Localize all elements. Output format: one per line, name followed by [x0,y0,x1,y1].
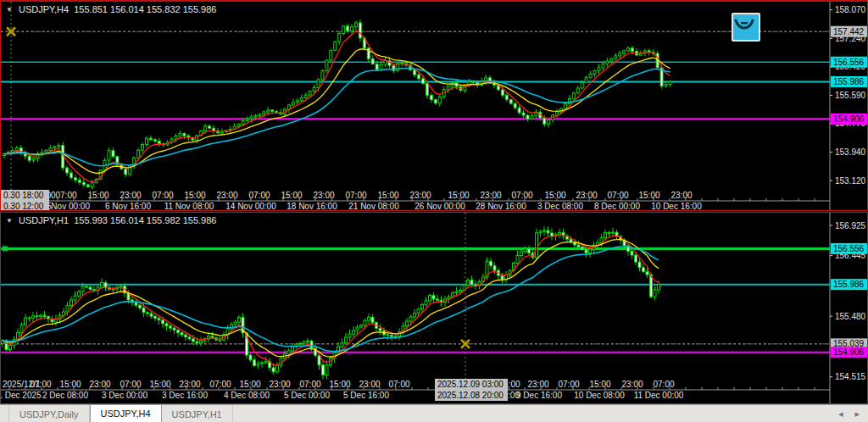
svg-text:23:00: 23:00 [359,380,380,389]
svg-text:6 Nov 16:00: 6 Nov 16:00 [105,202,151,210]
svg-text:3 Dec 08:00: 3 Dec 08:00 [537,202,583,210]
svg-text:8 Dec 00:00: 8 Dec 00:00 [594,202,640,210]
svg-text:23:00: 23:00 [120,191,141,200]
svg-text:23:00: 23:00 [313,191,334,200]
axis-chrome [1,2,830,210]
svg-text:14 Nov 00:00: 14 Nov 00:00 [225,202,276,210]
svg-text:23:00: 23:00 [216,191,237,200]
svg-text:11 Nov 08:00: 11 Nov 08:00 [164,202,214,210]
h4-chart-title: ▼ USDJPY,H4 155.851 156.014 155.832 155.… [6,4,216,14]
svg-text:15:00: 15:00 [638,191,659,200]
svg-text:23:00: 23:00 [409,191,431,200]
svg-text:5 Dec 00:00: 5 Dec 00:00 [284,391,330,400]
h1-symbol-period: USDJPY,H1 [19,215,69,225]
time-axis-crosshair-boxes: 0.30 18:000.30 12:00 [1,190,49,210]
svg-text:15:00: 15:00 [377,191,398,200]
svg-text:155.590: 155.590 [835,91,866,100]
h1-chart-canvas[interactable]: 156.925156.445155.480154.515156.556155.9… [1,213,867,403]
svg-text:15:00: 15:00 [184,191,205,200]
svg-text:15:00: 15:00 [59,380,81,389]
tab-scroll-right-icon[interactable]: ▸ [854,408,860,419]
tab-usdjpy-daily[interactable]: USDJPY,Daily [8,405,90,422]
svg-text:07:00: 07:00 [653,380,674,389]
svg-text:156.556: 156.556 [833,58,865,67]
chart-tab-bar: USDJPY,Daily USDJPY,H4 USDJPY,H1 ◂ ▸ [0,404,868,422]
svg-text:9 Dec 16:00: 9 Dec 16:00 [516,391,562,400]
chart-window-h4[interactable]: 158.070157.240156.420155.590154.770153.9… [0,0,868,211]
svg-text:21 Nov 08:00: 21 Nov 08:00 [348,202,399,210]
svg-text:23:00: 23:00 [179,380,200,389]
svg-text:156.925: 156.925 [835,221,866,230]
svg-text:07:00: 07:00 [511,191,532,200]
svg-text:23:00: 23:00 [576,191,597,200]
svg-text:07:00: 07:00 [209,380,231,389]
svg-text:23:00: 23:00 [89,380,110,389]
svg-text:15:00: 15:00 [239,380,260,389]
svg-text:15:00: 15:00 [448,191,469,200]
svg-text:158.070: 158.070 [835,5,866,14]
tab-bar-spacer [233,405,838,422]
svg-text:07:00: 07:00 [30,380,51,389]
svg-text:07:00: 07:00 [607,191,628,200]
svg-text:10 Dec 08:00: 10 Dec 08:00 [574,391,625,400]
tab-usdjpy-h4[interactable]: USDJPY,H4 [90,405,162,422]
h1-chart-title: ▼ USDJPY,H1 155.993 156.014 155.982 155.… [6,215,216,225]
ma-line-medium [4,49,670,174]
tab-usdjpy-h1[interactable]: USDJPY,H1 [162,405,233,422]
window-menu-triangle-icon[interactable]: ▼ [6,217,13,225]
svg-text:15:00: 15:00 [149,380,170,389]
broker-logo-icon [732,13,760,42]
svg-text:2025.12.08 20:00: 2025.12.08 20:00 [437,391,504,400]
svg-text:07:00: 07:00 [152,191,173,200]
ma-line-fast [3,235,659,365]
svg-text:07:00: 07:00 [120,380,141,389]
svg-text:07:00: 07:00 [388,380,409,389]
svg-text:23:00: 23:00 [269,380,290,389]
svg-text:15:00: 15:00 [544,191,565,200]
chart-window-h1[interactable]: 156.925156.445155.480154.515156.556155.9… [0,212,868,404]
svg-text:26 Nov 00:00: 26 Nov 00:00 [415,202,465,210]
h4-symbol-period: USDJPY,H4 [19,4,69,14]
svg-text:23:00: 23:00 [670,191,692,200]
svg-text:153.120: 153.120 [835,176,866,186]
ma-line-slow [3,247,659,352]
ma-line-fast [4,31,670,181]
h1-ohlc-values: 155.993 156.014 155.982 155.986 [74,215,216,225]
tab-scroll-left-icon[interactable]: ◂ [838,408,843,419]
svg-text:156.556: 156.556 [833,244,865,253]
svg-text:153.940: 153.940 [835,147,866,157]
svg-text:15:00: 15:00 [589,380,610,389]
horizontal-line-objects[interactable] [1,31,830,119]
svg-text:154.906: 154.906 [833,114,865,124]
svg-text:157.442: 157.442 [833,27,865,36]
svg-text:28 Nov 16:00: 28 Nov 16:00 [476,202,526,210]
svg-text:15:00: 15:00 [281,191,302,200]
svg-text:154.515: 154.515 [835,372,866,381]
time-axis-crosshair-boxes: 2025.12.09 03:002025.12.08 20:00 [435,379,508,401]
svg-text:07:00: 07:00 [248,191,270,200]
svg-text:10 Dec 16:00: 10 Dec 16:00 [651,202,702,210]
svg-text:155.480: 155.480 [835,312,866,321]
h4-ohlc-values: 155.851 156.014 155.832 155.986 [74,4,216,14]
svg-text:11 Dec 00:00: 11 Dec 00:00 [634,391,684,400]
svg-text:1 Dec 2025: 1 Dec 2025 [1,391,42,400]
svg-text:2025.12.09 03:00: 2025.12.09 03:00 [437,380,504,389]
svg-text:15:00: 15:00 [329,380,350,389]
horizontal-line-objects[interactable] [1,246,830,352]
price-axis-badges: 156.556155.986155.039154.906 [831,243,867,358]
svg-text:0.30 12:00: 0.30 12:00 [3,202,44,210]
svg-text:2 Dec 08:00: 2 Dec 08:00 [42,391,88,400]
ma-line-medium [3,240,659,357]
ma-line-slow [4,69,670,166]
window-menu-triangle-icon[interactable]: ▼ [6,6,13,14]
metatrader-workspace: 158.070157.240156.420155.590154.770153.9… [0,0,868,422]
axis-chrome [1,213,830,403]
svg-text:155.986: 155.986 [833,280,865,289]
svg-text:3 Dec 00:00: 3 Dec 00:00 [102,391,147,400]
svg-text:0.30 18:00: 0.30 18:00 [3,191,44,200]
svg-text:154.906: 154.906 [833,347,865,357]
svg-text:23:00: 23:00 [527,380,548,389]
svg-text:07:00: 07:00 [345,191,366,200]
svg-text:4 Dec 08:00: 4 Dec 08:00 [224,391,270,400]
svg-text:155.986: 155.986 [833,77,865,86]
